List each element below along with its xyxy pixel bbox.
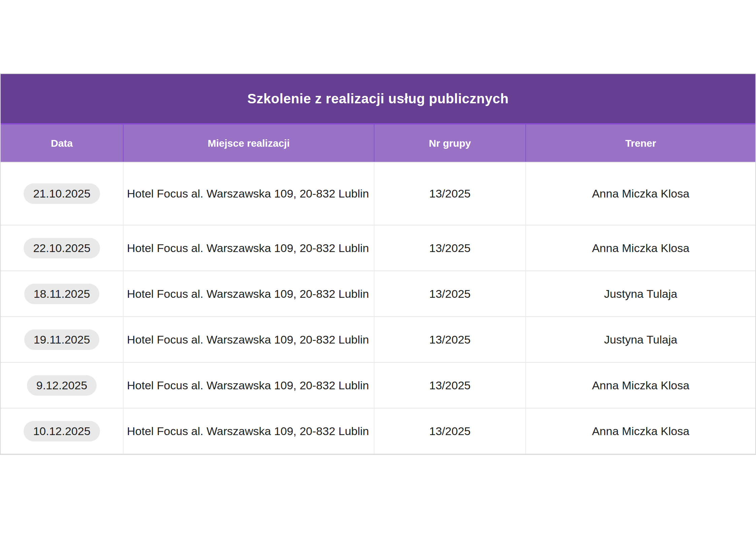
date-badge: 22.10.2025	[24, 238, 100, 258]
group-cell: 13/2025	[374, 363, 525, 408]
group-cell: 13/2025	[374, 225, 525, 271]
date-cell: 21.10.2025	[1, 163, 123, 225]
table-title: Szkolenie z realizacji usług publicznych	[248, 91, 509, 106]
group-cell: 13/2025	[374, 271, 525, 316]
date-cell: 10.12.2025	[1, 408, 123, 454]
table-header-row: Data Miejsce realizacji Nr grupy Trener	[1, 124, 755, 163]
group-cell: 13/2025	[374, 408, 525, 454]
place-cell: Hotel Focus al. Warszawska 109, 20-832 L…	[123, 163, 374, 225]
place-cell: Hotel Focus al. Warszawska 109, 20-832 L…	[123, 225, 374, 271]
table-row: 9.12.2025 Hotel Focus al. Warszawska 109…	[1, 363, 755, 408]
place-cell: Hotel Focus al. Warszawska 109, 20-832 L…	[123, 317, 374, 362]
table-row: 10.12.2025 Hotel Focus al. Warszawska 10…	[1, 408, 755, 454]
table-body: 21.10.2025 Hotel Focus al. Warszawska 10…	[1, 163, 755, 454]
table-row: 21.10.2025 Hotel Focus al. Warszawska 10…	[1, 163, 755, 225]
trainer-cell: Justyna Tulaja	[525, 271, 755, 316]
table-row: 18.11.2025 Hotel Focus al. Warszawska 10…	[1, 271, 755, 317]
trainer-cell: Anna Miczka Klosa	[525, 408, 755, 454]
date-cell: 18.11.2025	[1, 271, 123, 316]
place-cell: Hotel Focus al. Warszawska 109, 20-832 L…	[123, 363, 374, 408]
trainer-cell: Justyna Tulaja	[525, 317, 755, 362]
table-row: 19.11.2025 Hotel Focus al. Warszawska 10…	[1, 317, 755, 363]
trainer-cell: Anna Miczka Klosa	[525, 163, 755, 225]
column-header-data: Data	[1, 124, 123, 162]
column-header-trainer: Trener	[525, 124, 755, 162]
trainer-cell: Anna Miczka Klosa	[525, 363, 755, 408]
page: { "table": { "title": "Szkolenie z reali…	[0, 0, 756, 534]
place-cell: Hotel Focus al. Warszawska 109, 20-832 L…	[123, 408, 374, 454]
date-cell: 9.12.2025	[1, 363, 123, 408]
column-header-group: Nr grupy	[374, 124, 525, 162]
date-badge: 19.11.2025	[24, 329, 100, 350]
date-badge: 18.11.2025	[24, 284, 100, 304]
date-cell: 19.11.2025	[1, 317, 123, 362]
group-cell: 13/2025	[374, 163, 525, 225]
date-badge: 21.10.2025	[24, 183, 100, 204]
training-schedule-table: Szkolenie z realizacji usług publicznych…	[0, 73, 756, 455]
table-title-banner: Szkolenie z realizacji usług publicznych	[1, 74, 755, 124]
table-row: 22.10.2025 Hotel Focus al. Warszawska 10…	[1, 225, 755, 271]
group-cell: 13/2025	[374, 317, 525, 362]
trainer-cell: Anna Miczka Klosa	[525, 225, 755, 271]
column-header-place: Miejsce realizacji	[123, 124, 374, 162]
date-cell: 22.10.2025	[1, 225, 123, 271]
date-badge: 9.12.2025	[27, 375, 97, 396]
date-badge: 10.12.2025	[24, 421, 100, 441]
place-cell: Hotel Focus al. Warszawska 109, 20-832 L…	[123, 271, 374, 316]
